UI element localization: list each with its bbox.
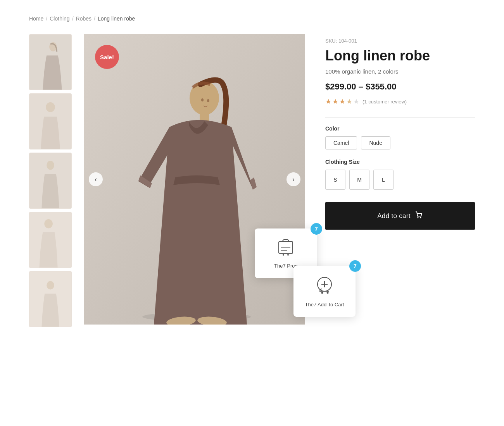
star-rating[interactable]: ★ ★ ★ ★ ★ — [325, 97, 359, 106]
color-options: Camel Nude — [325, 136, 475, 149]
color-camel[interactable]: Camel — [325, 136, 357, 149]
svg-point-17 — [201, 98, 204, 101]
product-subtitle: 100% organic linen, 2 colors — [325, 68, 475, 75]
breadcrumb-robes[interactable]: Robes — [76, 15, 91, 22]
svg-point-22 — [283, 254, 284, 256]
next-button[interactable]: › — [287, 172, 300, 186]
size-s[interactable]: S — [325, 170, 345, 190]
svg-point-27 — [321, 292, 323, 294]
color-nude[interactable]: Nude — [361, 136, 390, 149]
svg-point-9 — [47, 281, 54, 290]
star-1: ★ — [325, 97, 331, 106]
divider-1 — [325, 117, 475, 118]
prev-button[interactable]: ‹ — [89, 172, 103, 186]
main-image-area: Sale! — [84, 34, 305, 325]
rating-row: ★ ★ ★ ★ ★ (1 customer review) — [325, 97, 475, 106]
svg-point-5 — [47, 161, 54, 170]
svg-point-28 — [327, 292, 329, 294]
breadcrumb-sep-2: / — [72, 15, 74, 22]
svg-point-23 — [287, 254, 289, 256]
tooltip-add-to-cart: 7 The7 Add To Cart — [293, 266, 356, 317]
review-count[interactable]: (1 customer review) — [362, 99, 407, 105]
thumbnail-strip — [29, 34, 72, 327]
svg-point-29 — [417, 217, 418, 218]
sku: SKU: 104-001 — [325, 38, 475, 44]
star-3: ★ — [339, 97, 345, 106]
product-info: SKU: 104-001 Long linen robe 100% organi… — [318, 34, 475, 230]
breadcrumb-sep-1: / — [46, 15, 47, 22]
breadcrumb: Home / Clothing / Robes / Long linen rob… — [29, 15, 475, 22]
size-options: S M L — [325, 170, 475, 190]
thumbnail-4[interactable] — [29, 212, 72, 268]
breadcrumb-home[interactable]: Home — [29, 15, 43, 22]
svg-point-7 — [44, 219, 53, 228]
price-range: $299.00 – $355.00 — [325, 82, 475, 92]
thumbnail-5[interactable] — [29, 271, 72, 327]
tooltip2-icon — [314, 275, 335, 297]
cart-icon — [414, 211, 423, 221]
thumbnail-2[interactable] — [29, 93, 72, 149]
product-layout: Sale! — [29, 34, 475, 327]
svg-point-3 — [46, 102, 55, 112]
add-to-cart-button[interactable]: Add to cart — [325, 202, 475, 230]
tooltip2-label: The7 Add To Cart — [305, 302, 344, 307]
add-to-cart-label: Add to cart — [377, 212, 411, 220]
svg-point-30 — [420, 217, 421, 218]
size-m[interactable]: M — [349, 170, 369, 190]
breadcrumb-clothing[interactable]: Clothing — [50, 15, 69, 22]
sale-badge: Sale! — [95, 45, 119, 69]
page-wrapper: Home / Clothing / Robes / Long linen rob… — [0, 0, 504, 343]
tooltip2-badge: 7 — [349, 260, 361, 272]
tooltip1-icon — [276, 238, 295, 258]
svg-point-18 — [207, 99, 209, 102]
thumbnail-3[interactable] — [29, 153, 72, 209]
breadcrumb-current: Long linen robe — [98, 15, 135, 22]
thumbnail-1[interactable] — [29, 34, 72, 90]
color-label: Color — [325, 125, 475, 132]
product-title: Long linen robe — [325, 48, 475, 64]
tooltip1-badge: 7 — [311, 223, 322, 235]
star-4: ★ — [346, 97, 352, 106]
breadcrumb-sep-3: / — [94, 15, 95, 22]
size-l[interactable]: L — [373, 170, 394, 190]
star-2: ★ — [332, 97, 338, 106]
star-5: ★ — [353, 97, 359, 106]
size-label: Clothing Size — [325, 159, 475, 165]
